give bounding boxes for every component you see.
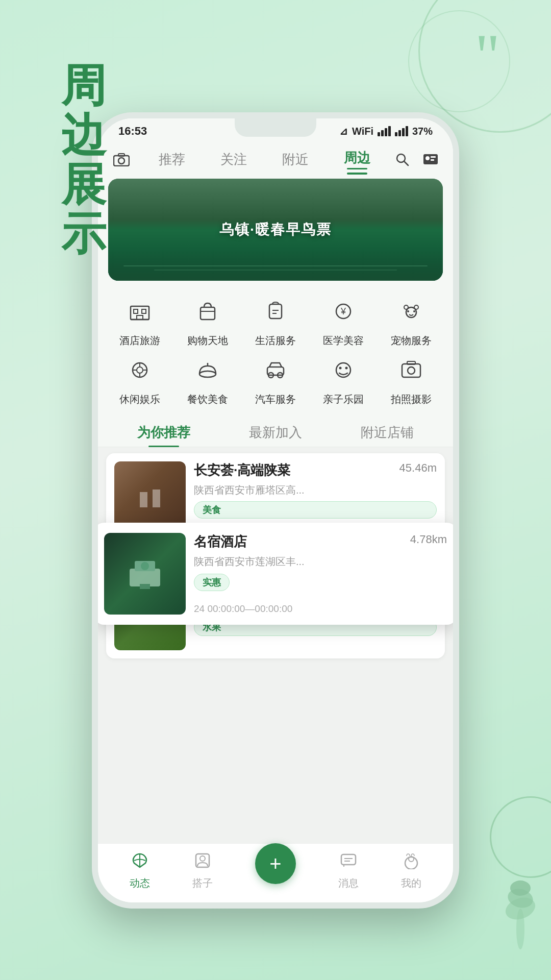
category-label-pet: 宠物服务 bbox=[391, 334, 432, 348]
popup-store-tag: 实惠 bbox=[194, 574, 230, 591]
tab-nearby[interactable]: 附近 bbox=[264, 148, 326, 172]
category-life[interactable]: 生活服务 bbox=[244, 293, 308, 348]
signal-bars-2 bbox=[395, 126, 408, 136]
popup-store-hours: 24 00:00:00—00:00:00 bbox=[194, 603, 447, 615]
rec-tab-nearby[interactable]: 附近店铺 bbox=[331, 419, 443, 447]
category-label-life: 生活服务 bbox=[255, 334, 296, 348]
profile-icon bbox=[403, 852, 420, 873]
profile-button[interactable] bbox=[420, 149, 441, 169]
svg-point-43 bbox=[345, 367, 347, 370]
category-beauty[interactable]: ¥ 医学美容 bbox=[311, 293, 375, 348]
popup-store-address: 陕西省西安市莲湖区丰... bbox=[194, 555, 447, 569]
category-label-shopping: 购物天地 bbox=[187, 334, 228, 348]
svg-point-29 bbox=[413, 310, 415, 312]
popup-store-name: 名宿酒店 bbox=[194, 533, 247, 551]
match-icon bbox=[194, 852, 211, 873]
page-title: 周边展示 bbox=[61, 61, 108, 259]
svg-rect-9 bbox=[423, 154, 438, 164]
tab-recommend[interactable]: 推荐 bbox=[141, 148, 203, 172]
phone-mockup: 16:53 ⊿ WiFi 37% bbox=[92, 112, 459, 909]
svg-rect-15 bbox=[142, 309, 146, 313]
svg-rect-38 bbox=[267, 367, 284, 375]
svg-rect-48 bbox=[153, 489, 160, 507]
nav-tabs: 推荐 关注 附近 周边 bbox=[98, 142, 453, 179]
content-area: 长安荟·高端陕菜 45.46m 陕西省西安市雁塔区高... 美食 bbox=[98, 447, 453, 843]
search-button[interactable] bbox=[392, 149, 412, 169]
nav-messages-label: 消息 bbox=[338, 876, 359, 890]
svg-rect-44 bbox=[402, 364, 420, 377]
popup-image bbox=[104, 533, 186, 615]
store-address-1: 陕西省西安市雁塔区高... bbox=[194, 483, 437, 497]
svg-point-51 bbox=[141, 562, 149, 570]
tab-around[interactable]: 周边 bbox=[326, 146, 388, 173]
store-info-1: 长安荟·高端陕菜 45.46m 陕西省西安市雁塔区高... 美食 bbox=[194, 461, 437, 533]
svg-rect-10 bbox=[425, 156, 430, 160]
banner-text: 乌镇·暖春早鸟票 bbox=[219, 220, 332, 239]
category-kids[interactable]: 亲子乐园 bbox=[311, 352, 375, 406]
svg-point-31 bbox=[137, 367, 143, 373]
category-car[interactable]: 汽车服务 bbox=[244, 352, 308, 406]
signal-bars bbox=[378, 126, 391, 136]
plant-decoration bbox=[495, 868, 546, 949]
category-pet[interactable]: 宠物服务 bbox=[379, 293, 443, 348]
nav-messages[interactable]: 消息 bbox=[338, 852, 359, 890]
messages-icon bbox=[340, 852, 357, 873]
svg-point-27 bbox=[414, 305, 418, 309]
svg-rect-47 bbox=[140, 492, 147, 507]
category-shopping[interactable]: 购物天地 bbox=[176, 293, 240, 348]
category-label-photo: 拍照摄影 bbox=[391, 393, 432, 406]
category-leisure[interactable]: 休闲娱乐 bbox=[108, 352, 172, 406]
svg-point-42 bbox=[339, 367, 341, 370]
nav-dynamic-label: 动态 bbox=[130, 876, 150, 890]
popup-store-distance: 4.78km bbox=[410, 533, 447, 546]
nav-match[interactable]: 搭子 bbox=[192, 852, 213, 890]
svg-rect-12 bbox=[431, 159, 434, 161]
category-label-beauty: 医学美容 bbox=[323, 334, 364, 348]
store-name-1: 长安荟·高端陕菜 bbox=[194, 461, 290, 479]
svg-rect-49 bbox=[130, 569, 160, 586]
quote-decoration: " bbox=[475, 26, 500, 87]
svg-point-55 bbox=[200, 856, 205, 861]
phone-notch bbox=[235, 118, 316, 137]
popup-content: 名宿酒店 4.78km 陕西省西安市莲湖区丰... 实惠 24 00:00:00… bbox=[194, 533, 447, 615]
nav-match-label: 搭子 bbox=[192, 876, 213, 890]
svg-rect-11 bbox=[431, 156, 436, 158]
plus-icon: + bbox=[269, 853, 281, 874]
nav-dynamic[interactable]: 动态 bbox=[130, 852, 150, 890]
svg-rect-56 bbox=[341, 854, 356, 865]
bottom-nav: 动态 搭子 + bbox=[98, 843, 453, 902]
popup-card[interactable]: 名宿酒店 4.78km 陕西省西安市莲湖区丰... 实惠 24 00:00:00… bbox=[98, 523, 453, 625]
rec-tab-recommend[interactable]: 为你推荐 bbox=[108, 419, 220, 447]
category-label-kids: 亲子乐园 bbox=[323, 393, 364, 406]
svg-text:¥: ¥ bbox=[340, 306, 346, 316]
category-label-leisure: 休闲娱乐 bbox=[119, 393, 160, 406]
categories-grid: 酒店旅游 购物天地 生活服务 ¥ 医学美容 bbox=[98, 289, 453, 414]
category-label-food: 餐饮美食 bbox=[187, 393, 228, 406]
battery: 37% bbox=[412, 126, 433, 137]
svg-rect-20 bbox=[269, 304, 282, 318]
svg-point-5 bbox=[118, 158, 124, 164]
category-food[interactable]: 餐饮美食 bbox=[176, 352, 240, 406]
nav-profile[interactable]: 我的 bbox=[401, 852, 421, 890]
add-button[interactable]: + bbox=[255, 843, 296, 884]
store-distance-1: 45.46m bbox=[399, 461, 437, 475]
store-tag-1: 美食 bbox=[194, 501, 437, 519]
svg-rect-52 bbox=[140, 584, 150, 589]
rec-tab-newest[interactable]: 最新加入 bbox=[220, 419, 332, 447]
time: 16:53 bbox=[118, 125, 147, 138]
camera-button[interactable] bbox=[110, 148, 133, 170]
svg-point-26 bbox=[404, 305, 408, 309]
signal-icon: ⊿ bbox=[339, 125, 348, 137]
rec-tabs: 为你推荐 最新加入 附近店铺 bbox=[98, 414, 453, 447]
category-hotel[interactable]: 酒店旅游 bbox=[108, 293, 172, 348]
svg-line-8 bbox=[404, 161, 408, 165]
svg-point-45 bbox=[408, 367, 415, 374]
svg-point-36 bbox=[199, 371, 216, 377]
category-label-car: 汽车服务 bbox=[255, 393, 296, 406]
dynamic-icon bbox=[131, 852, 148, 873]
wifi-icon: WiFi bbox=[352, 126, 373, 137]
tab-follow[interactable]: 关注 bbox=[203, 148, 264, 172]
category-photo[interactable]: 拍照摄影 bbox=[379, 352, 443, 406]
store-image-1 bbox=[114, 461, 186, 533]
svg-rect-46 bbox=[407, 361, 415, 364]
